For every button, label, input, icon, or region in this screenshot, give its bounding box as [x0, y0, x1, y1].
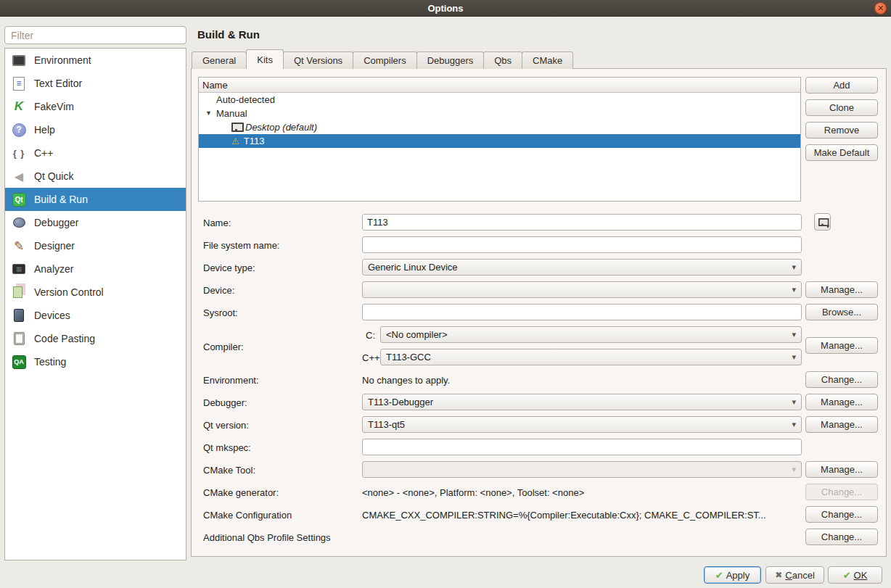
compiler-label: Compiler:	[203, 341, 244, 352]
qbs-profile-settings-label: Additional Qbs Profile Settings	[203, 532, 331, 543]
sidebar-item-label: Testing	[34, 356, 66, 368]
devices-icon	[11, 307, 27, 323]
kit-name: Auto-detected	[216, 94, 275, 105]
sidebar-item-testing[interactable]: Testing	[5, 350, 186, 373]
debugger-label: Debugger:	[203, 397, 247, 408]
kit-name: Desktop (default)	[245, 122, 317, 133]
debugger-manage-button[interactable]: Manage...	[805, 394, 878, 410]
sidebar-item-code-pasting[interactable]: Code Pasting	[5, 327, 186, 350]
designer-icon	[11, 238, 27, 254]
window-title: Options	[427, 3, 463, 14]
sidebar: EnvironmentText EditorFakeVimHelpC++Qt Q…	[4, 48, 186, 560]
sidebar-item-build-run[interactable]: Build & Run	[5, 188, 186, 211]
device-type-select[interactable]: Generic Linux Device	[362, 259, 802, 276]
cancel-button[interactable]: ✖Cancel	[765, 566, 824, 584]
compiler-manage-button[interactable]: Manage...	[805, 337, 878, 354]
qt-version-select[interactable]: T113-qt5	[362, 416, 802, 433]
sidebar-item-c[interactable]: C++	[5, 141, 186, 165]
qt-version-label: Qt version:	[203, 420, 249, 431]
cmake-configuration-value: CMAKE_CXX_COMPILER:STRING=%{Compiler:Exe…	[362, 510, 766, 521]
code-pasting-icon	[11, 331, 27, 347]
filter-input[interactable]	[4, 26, 186, 44]
sysroot-input[interactable]	[362, 304, 802, 320]
sidebar-item-debugger[interactable]: Debugger	[5, 211, 186, 234]
sidebar-item-text-editor[interactable]: Text Editor	[5, 72, 186, 95]
kit-row-desktop-default[interactable]: Desktop (default)	[199, 120, 800, 134]
sidebar-item-label: Qt Quick	[34, 170, 73, 182]
clone-button[interactable]: Clone	[805, 99, 878, 116]
sidebar-item-fakevim[interactable]: FakeVim	[5, 95, 186, 118]
compiler-cxx-select[interactable]: T113-GCC	[380, 349, 802, 365]
sidebar-item-label: Code Pasting	[34, 333, 95, 344]
add-button[interactable]: Add	[805, 77, 878, 94]
tab-cmake[interactable]: CMake	[522, 51, 573, 69]
name-input[interactable]	[362, 214, 802, 231]
cmake-generator-value: <none> - <none>, Platform: <none>, Tools…	[362, 487, 584, 498]
kit-row-auto-detected[interactable]: Auto-detected	[199, 93, 800, 107]
cmake-configuration-label: CMake Configuration	[203, 510, 292, 521]
tab-qbs[interactable]: Qbs	[483, 51, 522, 69]
sidebar-item-analyzer[interactable]: Analyzer	[5, 257, 186, 281]
device-label: Device:	[203, 285, 234, 296]
debugger-select[interactable]: T113-Debugger	[362, 394, 802, 410]
sidebar-item-qt-quick[interactable]: Qt Quick	[5, 165, 186, 188]
file-system-name-input[interactable]	[362, 236, 802, 253]
sidebar-item-label: Designer	[34, 240, 75, 252]
tab-debuggers[interactable]: Debuggers	[416, 51, 485, 69]
chevron-down-icon: ▾	[826, 223, 829, 230]
sidebar-item-label: Devices	[34, 310, 70, 321]
version-control-icon	[11, 284, 27, 300]
cmake-tool-manage-button[interactable]: Manage...	[805, 461, 878, 478]
titlebar: Options ✕	[0, 0, 891, 17]
device-type-label: Device type:	[203, 262, 255, 273]
apply-button[interactable]: ✔Apply	[704, 566, 761, 584]
compiler-cxx-label: C++:	[362, 352, 382, 363]
warning-icon: ⚠	[231, 137, 239, 146]
monitor-icon	[818, 218, 826, 225]
debugger-icon	[11, 215, 27, 231]
device-manage-button[interactable]: Manage...	[805, 281, 878, 298]
qbs-profile-settings-change-button[interactable]: Change...	[805, 529, 878, 545]
sidebar-item-devices[interactable]: Devices	[5, 304, 186, 327]
sidebar-item-label: C++	[34, 147, 53, 159]
cross-icon: ✖	[775, 570, 782, 580]
name-label: Name:	[203, 218, 231, 228]
variables-button[interactable]: ▾	[814, 213, 831, 231]
expander-icon[interactable]: ▼	[205, 109, 212, 117]
sidebar-item-help[interactable]: Help	[5, 118, 186, 141]
close-icon[interactable]: ✕	[874, 2, 887, 15]
cmake-generator-label: CMake generator:	[203, 487, 279, 498]
tab-qt-versions[interactable]: Qt Versions	[283, 51, 353, 69]
check-icon: ✔	[843, 570, 851, 581]
qt-mkspec-label: Qt mkspec:	[203, 442, 251, 453]
page-title: Build & Run	[197, 28, 260, 41]
sidebar-item-environment[interactable]: Environment	[5, 49, 186, 72]
tab-compilers[interactable]: Compilers	[353, 51, 417, 69]
tab-general[interactable]: General	[192, 51, 247, 69]
tab-kits[interactable]: Kits	[246, 49, 284, 69]
sidebar-item-label: Analyzer	[34, 263, 73, 275]
file-system-name-label: File system name:	[203, 240, 279, 251]
ok-button[interactable]: ✔OK	[828, 566, 882, 584]
qt-quick-icon	[11, 168, 27, 184]
sidebar-item-label: Version Control	[34, 286, 104, 298]
sidebar-item-label: Debugger	[34, 217, 79, 228]
device-select[interactable]	[362, 281, 802, 298]
kit-row-manual[interactable]: ▼Manual	[199, 107, 800, 120]
kits-tree: Name Auto-detected▼ManualDesktop (defaul…	[198, 77, 801, 202]
kit-row-t113[interactable]: ⚠T113	[199, 134, 800, 148]
sysroot-browse-button[interactable]: Browse...	[805, 304, 878, 320]
cmake-configuration-change-button[interactable]: Change...	[805, 506, 878, 523]
compiler-c-select[interactable]: <No compiler>	[380, 326, 802, 343]
qt-mkspec-input[interactable]	[362, 439, 802, 455]
build-run-icon	[11, 191, 27, 207]
check-icon: ✔	[715, 570, 723, 581]
make-default-button[interactable]: Make Default	[805, 144, 878, 161]
sidebar-item-label: Help	[34, 124, 55, 136]
remove-button[interactable]: Remove	[805, 122, 878, 138]
qt-version-manage-button[interactable]: Manage...	[805, 416, 878, 433]
environment-change-button[interactable]: Change...	[805, 371, 878, 388]
sidebar-item-version-control[interactable]: Version Control	[5, 281, 186, 304]
sidebar-item-designer[interactable]: Designer	[5, 234, 186, 257]
fakevim-icon	[11, 99, 27, 115]
